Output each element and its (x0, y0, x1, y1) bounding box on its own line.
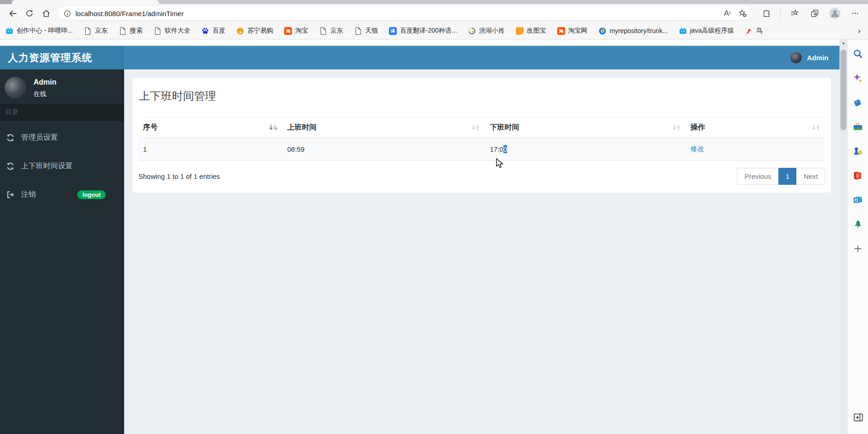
address-bar[interactable]: localhost:8080/Frame1/adminTimer (58, 6, 753, 20)
extensions-puzzle-icon (762, 9, 771, 18)
outlook-icon[interactable] (853, 195, 863, 205)
sidebar-item-上下班时间设置[interactable]: 上下班时间设置 (0, 154, 124, 178)
refresh-icon (25, 9, 34, 17)
tree-icon[interactable] (853, 219, 863, 229)
office-icon[interactable] (853, 171, 863, 181)
shopping-icon[interactable] (853, 97, 863, 108)
bookmark-item[interactable]: java高级程序猿 (679, 27, 734, 35)
bookmark-item[interactable]: 搜索 (119, 27, 143, 35)
tabstrip-left-edge (0, 0, 12, 4)
bookmark-item[interactable]: 译百度翻译-200种语... (389, 27, 457, 35)
add-favorite-icon[interactable] (738, 9, 747, 18)
sort-none-icon (672, 124, 681, 131)
navbar-user-avatar[interactable] (790, 51, 802, 64)
site-info-icon[interactable] (63, 10, 71, 17)
bookmark-item[interactable]: myrepository/trunk... (599, 27, 668, 35)
app-sidebar: Admin 在线 目录 管理员设置上下班时间设置注销logout (0, 69, 124, 434)
pagination: Previous 1 Next (737, 168, 825, 185)
read-aloud-icon[interactable] (722, 9, 731, 18)
sidebar-item-管理员设置[interactable]: 管理员设置 (0, 126, 124, 149)
back-button[interactable] (5, 6, 21, 21)
navbar-user-name[interactable]: Admin (807, 54, 828, 62)
column-header-inner: 下班时间 (490, 123, 681, 132)
sidebar-item-注销[interactable]: 注销logout (0, 183, 124, 206)
collections-button[interactable] (806, 6, 823, 21)
column-label: 下班时间 (490, 123, 519, 132)
active-tab[interactable] (12, 0, 159, 4)
bookmark-item[interactable]: 创作中心 - 哔哩哔... (6, 27, 73, 35)
sidebar-item-label: 上下班时间设置 (21, 161, 73, 171)
bookmark-item[interactable]: 改图宝 (516, 27, 546, 35)
profile-button[interactable] (827, 6, 843, 21)
column-header-inner: 序号 (143, 123, 278, 132)
refresh-icon (6, 162, 14, 170)
scrollbar-thumb[interactable] (840, 50, 846, 130)
copilot-icon[interactable] (853, 73, 863, 83)
bookmark-item[interactable]: 天猫 (354, 27, 378, 35)
pagination-page-1-button[interactable]: 1 (778, 168, 797, 185)
toolbar-divider (780, 9, 781, 18)
column-header-下班时间[interactable]: 下班时间 (485, 118, 685, 138)
bookmarks-overflow-chevron[interactable]: › (858, 26, 862, 36)
refresh-button[interactable] (21, 6, 38, 21)
cell-action: 修改 (686, 138, 825, 161)
bookmark-item[interactable]: 京东 (84, 27, 108, 35)
pagination-previous-button[interactable]: Previous (737, 168, 778, 185)
bookmark-label: 鸟 (756, 27, 762, 35)
translate-icon: 译 (389, 27, 397, 35)
url-text[interactable]: localhost:8080/Frame1/adminTimer (75, 10, 722, 17)
gaitubao-icon (516, 27, 524, 35)
bookmark-item[interactable]: 鸟 (745, 27, 762, 35)
favorites-hub-icon (790, 9, 799, 18)
page-icon (119, 27, 126, 35)
column-header-序号[interactable]: 序号 (138, 118, 283, 138)
bookmark-item[interactable]: 软件大全 (154, 27, 190, 35)
bilibili-icon (6, 27, 13, 35)
column-header-上班时间[interactable]: 上班时间 (283, 118, 485, 138)
logout-badge[interactable]: logout (77, 190, 106, 199)
column-label: 操作 (691, 123, 705, 132)
bookmark-item[interactable]: 淘淘宝 (284, 27, 308, 35)
home-button[interactable] (38, 6, 54, 21)
bookmark-item[interactable]: 淘淘宝网 (557, 27, 588, 35)
edit-link[interactable]: 修改 (691, 145, 704, 153)
games-icon[interactable] (853, 146, 863, 156)
sidebar-menu-header: 目录 (0, 104, 124, 120)
column-label: 上班时间 (287, 123, 317, 132)
bookmark-label: 天猫 (365, 27, 378, 35)
browser-scrollbar[interactable]: ▲ (839, 40, 847, 434)
pagination-next-button[interactable]: Next (796, 168, 825, 185)
table-body: 108:5917:00修改 (138, 138, 825, 161)
bookmark-item[interactable]: 京东 (319, 27, 343, 35)
bookmark-label: 软件大全 (165, 27, 190, 35)
page-icon (354, 27, 362, 35)
add-icon[interactable] (853, 244, 863, 254)
column-header-操作[interactable]: 操作 (686, 118, 825, 138)
profile-avatar-icon (829, 7, 841, 19)
bookmark-item[interactable]: 洪湖小肖 (468, 27, 505, 35)
bookmark-label: 淘宝 (295, 27, 308, 35)
cell-seq: 1 (138, 138, 283, 161)
bookmark-label: 洪湖小肖 (479, 27, 505, 35)
work-end-text: 17:0 (490, 145, 503, 153)
favorites-bar-button[interactable] (786, 6, 803, 21)
timer-card: 上下班时间管理 序号上班时间下班时间操作 108:5917:00修改 Showi… (132, 77, 832, 193)
sidebar-toggle-icon[interactable] (853, 412, 864, 423)
repo-icon (599, 27, 606, 35)
settings-more-button[interactable] (847, 6, 863, 21)
sidebar-user-panel: Admin 在线 (0, 69, 124, 104)
bookmark-label: 百度 (212, 27, 225, 35)
svg-text:译: 译 (390, 29, 395, 34)
table-info-text: Showing 1 to 1 of 1 entries (138, 172, 220, 180)
search-icon[interactable] (853, 49, 863, 59)
bookmark-item[interactable]: 百度 (201, 27, 225, 35)
sidebar-item-label: 管理员设置 (21, 133, 58, 143)
bookmark-item[interactable]: 苏宁易购 (236, 27, 273, 35)
cell-work-start: 08:59 (283, 138, 485, 161)
sort-none-icon (811, 124, 821, 131)
extensions-button[interactable] (758, 6, 775, 21)
app-logo[interactable]: 人力资源管理系统 (0, 46, 124, 69)
scrollbar-up-arrow-icon[interactable]: ▲ (839, 40, 847, 46)
toolbox-icon[interactable] (853, 122, 863, 132)
bird-icon (745, 27, 753, 35)
